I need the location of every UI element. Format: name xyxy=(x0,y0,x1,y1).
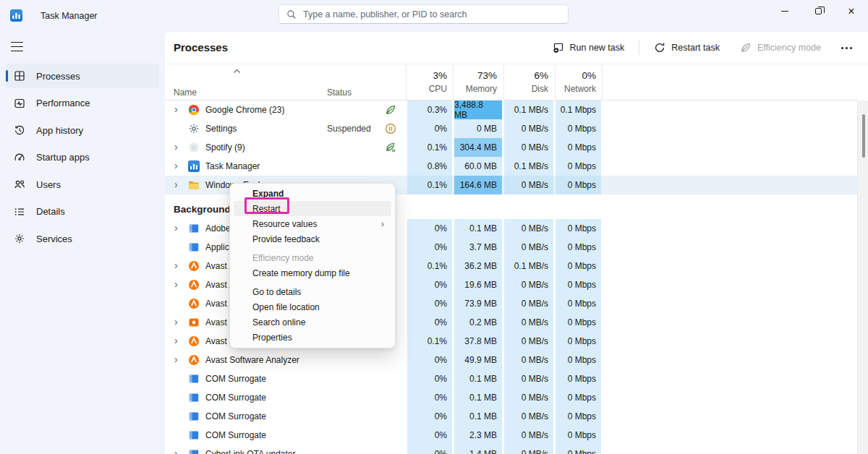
memory-cell: 1.4 MB xyxy=(454,445,502,454)
network-cell: 0 Mbps xyxy=(556,332,601,351)
memory-cell: 0.1 MB xyxy=(454,219,502,238)
winapp-app-icon xyxy=(188,448,200,454)
cpu-cell: 0% xyxy=(407,388,452,407)
process-row[interactable]: ›Google Chrome (23)0.3%3,488.8 MB0.1 MB/… xyxy=(165,100,857,119)
process-row[interactable]: ›Avast Software Analyzer0%49.9 MB0 MB/s0… xyxy=(165,351,857,369)
winapp-app-icon xyxy=(188,411,200,422)
settings-app-icon xyxy=(188,123,200,134)
disk-cell: 0 MB/s xyxy=(504,176,553,194)
column-header-status[interactable]: Status xyxy=(327,87,352,98)
column-header-name[interactable]: Name xyxy=(174,87,197,98)
process-row[interactable]: ›CyberLink OTA updater0%1.4 MB0 MB/s0 Mb… xyxy=(165,445,857,454)
sidebar-item-processes[interactable]: Processes xyxy=(6,64,159,88)
performance-icon xyxy=(14,98,25,109)
sidebar-item-users[interactable]: Users xyxy=(6,172,159,197)
winapp-app-icon xyxy=(188,373,200,385)
expand-chevron-icon[interactable]: › xyxy=(174,141,178,153)
menu-toggle-button[interactable] xyxy=(11,42,23,51)
menu-item-efficiency-mode[interactable]: Efficiency mode xyxy=(234,250,391,265)
menu-item-label: Properties xyxy=(252,333,292,343)
expand-chevron-icon[interactable]: › xyxy=(174,278,178,290)
scrollbar-thumb[interactable] xyxy=(862,114,865,158)
annotation-highlight-box xyxy=(244,197,289,214)
scrollbar-track[interactable] xyxy=(857,100,868,454)
run-new-task-button[interactable]: Run new task xyxy=(547,38,631,57)
sort-ascending-icon xyxy=(233,69,241,74)
expand-chevron-icon[interactable]: › xyxy=(174,222,178,234)
memory-cell: 19.6 MB xyxy=(454,275,502,294)
restart-task-icon xyxy=(654,42,665,53)
titlebar: Task Manager × xyxy=(0,0,868,32)
sidebar-item-startup-apps[interactable]: Startup apps xyxy=(6,145,159,170)
process-row[interactable]: ›Spotify (9)0.1%304.4 MB0 MB/s0 Mbps xyxy=(165,138,857,157)
network-cell: 0 Mbps xyxy=(556,219,601,238)
menu-item-label: Efficiency mode xyxy=(252,253,314,263)
cpu-cell: 0% xyxy=(407,238,452,257)
column-header-network[interactable]: 0% Network xyxy=(556,64,601,100)
expand-chevron-icon[interactable]: › xyxy=(174,103,178,115)
toolbar-divider xyxy=(639,40,639,55)
process-name: Task Manager xyxy=(205,161,260,171)
menu-item-open-file-location[interactable]: Open file location xyxy=(234,299,391,314)
disk-cell: 0 MB/s xyxy=(504,407,553,426)
memory-cell: 0.1 MB xyxy=(454,388,502,407)
menu-item-search-online[interactable]: Search online xyxy=(234,314,391,330)
avast-app-icon xyxy=(188,298,200,309)
sidebar-item-performance[interactable]: Performance xyxy=(6,91,159,116)
paused-icon xyxy=(385,123,396,134)
menu-item-label: Search online xyxy=(252,317,305,327)
restore-button[interactable] xyxy=(801,0,835,22)
expand-chevron-icon[interactable]: › xyxy=(174,354,178,365)
minimize-button[interactable] xyxy=(768,0,801,22)
network-cell: 0 Mbps xyxy=(556,445,601,454)
sidebar-item-app-history[interactable]: App history xyxy=(6,118,159,142)
menu-item-create-memory-dump-file[interactable]: Create memory dump file xyxy=(234,265,391,280)
column-header-disk[interactable]: 6% Disk xyxy=(504,64,553,100)
window-title: Task Manager xyxy=(41,11,98,21)
column-header-cpu[interactable]: 3% CPU xyxy=(407,64,452,100)
search-input[interactable] xyxy=(303,9,561,20)
network-cell: 0 Mbps xyxy=(556,238,601,257)
disk-cell: 0.1 MB/s xyxy=(504,257,553,275)
process-row[interactable]: COM Surrogate0%2.3 MB0 MB/s0 Mbps xyxy=(165,426,857,445)
menu-item-label: Go to details xyxy=(252,287,301,297)
menu-item-label: Provide feedback xyxy=(252,234,320,244)
close-button[interactable]: × xyxy=(835,0,868,22)
process-name: COM Surrogate xyxy=(205,430,266,440)
sidebar-item-details[interactable]: Details xyxy=(6,200,159,224)
cpu-cell: 0.8% xyxy=(407,157,452,176)
expand-chevron-icon[interactable]: › xyxy=(174,316,178,327)
expand-chevron-icon[interactable]: › xyxy=(174,260,178,271)
expand-chevron-icon[interactable]: › xyxy=(174,179,178,190)
restart-task-button[interactable]: Restart task xyxy=(648,38,726,57)
process-row[interactable]: COM Surrogate0%0.1 MB0 MB/s0 Mbps xyxy=(165,369,857,388)
winapp-app-icon xyxy=(188,241,200,253)
disk-cell: 0 MB/s xyxy=(504,369,553,388)
run-new-task-label: Run new task xyxy=(570,43,625,53)
cpu-cell: 0% xyxy=(407,275,452,294)
process-row[interactable]: ›Task Manager0.8%60.0 MB0.1 MB/s0 Mbps xyxy=(165,157,857,176)
memory-cell: 3,488.8 MB xyxy=(454,100,502,119)
menu-item-resource-values[interactable]: Resource values› xyxy=(234,216,391,231)
column-header-memory[interactable]: 73% Memory xyxy=(454,64,502,100)
menu-item-go-to-details[interactable]: Go to details xyxy=(234,284,391,299)
sidebar-item-label: Processes xyxy=(36,71,80,82)
expand-chevron-icon[interactable]: › xyxy=(174,335,178,346)
network-cell: 0 Mbps xyxy=(556,176,601,194)
restart-task-label: Restart task xyxy=(671,43,720,53)
efficiency-mode-label: Efficiency mode xyxy=(757,43,821,53)
process-row[interactable]: SettingsSuspended0%0 MB0 MB/s0 Mbps xyxy=(165,119,857,138)
menu-item-provide-feedback[interactable]: Provide feedback xyxy=(234,231,391,247)
efficiency-mode-button[interactable]: Efficiency mode xyxy=(734,38,827,57)
expand-chevron-icon[interactable]: › xyxy=(174,160,178,171)
winapp-app-icon xyxy=(188,223,200,234)
process-row[interactable]: COM Surrogate0%0.1 MB0 MB/s0 Mbps xyxy=(165,407,857,426)
sidebar-item-services[interactable]: Services xyxy=(6,226,159,251)
menu-item-properties[interactable]: Properties xyxy=(234,330,391,345)
search-box[interactable] xyxy=(278,4,569,24)
more-options-button[interactable] xyxy=(835,43,858,53)
users-icon xyxy=(14,179,25,190)
expand-chevron-icon[interactable]: › xyxy=(174,447,178,454)
process-row[interactable]: COM Surrogate0%0.1 MB0 MB/s0 Mbps xyxy=(165,388,857,407)
cpu-cell: 0% xyxy=(407,445,452,454)
